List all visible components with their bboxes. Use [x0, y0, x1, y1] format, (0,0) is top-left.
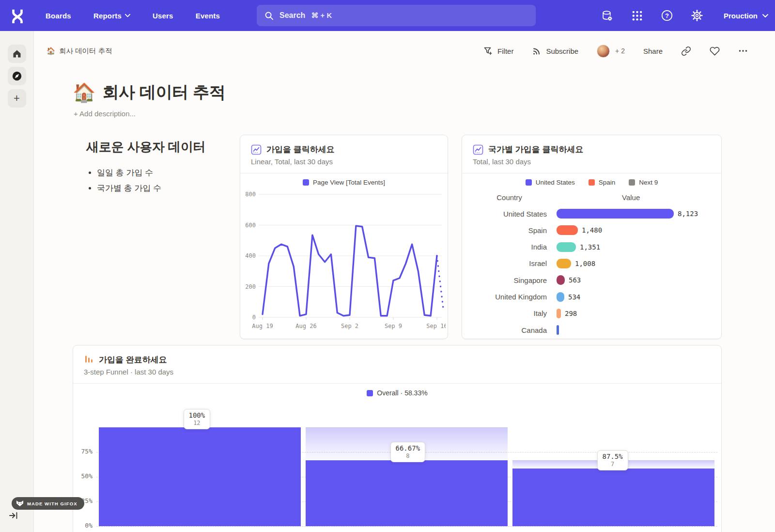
subscribe-button[interactable]: Subscribe [532, 46, 578, 56]
toolbar-actions: Filter Subscribe + 2 Share [483, 45, 748, 58]
board-emoji: 🏠 [46, 47, 55, 55]
line-chart-card[interactable]: 가입을 클릭하세요 Linear, Total, last 30 days Pa… [240, 135, 448, 339]
favorite-button[interactable] [710, 46, 720, 56]
card-title[interactable]: 국가별 가입을 클릭하세요 [488, 144, 583, 155]
funnel-bar-step-3[interactable] [512, 469, 714, 526]
bar-row-italy[interactable]: Italy298 [462, 308, 577, 319]
board-title[interactable]: 회사 데이터 추적 [102, 81, 225, 104]
board-emoji: 🏠 [73, 83, 95, 102]
bar-row-united-states[interactable]: United States8,123 [462, 208, 698, 219]
y-axis-label: 50% [73, 472, 93, 480]
country-label: Spain [462, 226, 557, 235]
country-label: Singapore [462, 276, 557, 284]
ellipsis-icon [738, 46, 748, 56]
mixpanel-logo[interactable] [9, 7, 26, 24]
notes-text-card[interactable]: 새로운 사용자 데이터 일일 총 가입 수 국가별 총 가입 수 [86, 139, 232, 198]
rss-icon [532, 46, 542, 56]
value-label: 534 [568, 293, 580, 301]
conversion-count: 12 [189, 420, 205, 426]
column-header-country: Country [462, 193, 557, 202]
nav-item-users[interactable]: Users [153, 12, 173, 20]
nav-item-boards[interactable]: Boards [46, 12, 71, 20]
apps-grid-icon[interactable] [631, 9, 643, 22]
share-button[interactable]: Share [643, 47, 663, 55]
y-axis-label: 75% [73, 448, 93, 455]
home-button[interactable] [8, 45, 26, 63]
chevron-down-icon [125, 14, 130, 17]
card-subtitle: Linear, Total, last 30 days [251, 157, 333, 166]
copy-link-button[interactable] [681, 46, 691, 56]
value-bar[interactable] [557, 325, 559, 335]
bar-chart-card[interactable]: 국가별 가입을 클릭하세요 Total, last 30 days United… [462, 135, 722, 339]
add-description[interactable]: + Add description... [74, 110, 136, 118]
svg-text:200: 200 [245, 283, 256, 290]
svg-text:Aug 19: Aug 19 [252, 323, 273, 329]
svg-text:Sep 16: Sep 16 [426, 323, 446, 329]
share-label: Share [643, 47, 663, 55]
collaborators-more: + 2 [615, 47, 625, 55]
avatar [597, 45, 610, 58]
svg-text:400: 400 [245, 252, 256, 259]
legend-label: Next 9 [639, 179, 658, 186]
funnel-bar-step-2[interactable] [306, 460, 508, 526]
data-management-icon[interactable] [601, 9, 613, 22]
bar-row-united-kingdom[interactable]: United Kingdom534 [462, 291, 580, 303]
help-icon[interactable]: ? [661, 9, 673, 22]
value-label: 1,480 [582, 226, 602, 234]
card-title[interactable]: 가입을 클릭하세요 [266, 144, 335, 155]
nav-item-label: Boards [46, 12, 71, 20]
nav-item-label: Events [196, 12, 220, 20]
country-label: Israel [462, 259, 557, 267]
bar-row-spain[interactable]: Spain1,480 [462, 224, 602, 236]
breadcrumb[interactable]: 🏠 회사 데이터 추적 [46, 47, 112, 56]
search-shortcut: ⌘ + K [311, 11, 332, 20]
left-sidebar: + [0, 31, 34, 532]
value-bar[interactable] [557, 292, 564, 302]
gifox-badge: MADE WITH GIFOX [12, 497, 84, 510]
funnel-bar-step-1[interactable] [99, 427, 301, 526]
divider [462, 173, 721, 173]
page-title: 🏠 회사 데이터 추적 [73, 81, 226, 104]
collaborators[interactable]: + 2 [597, 45, 625, 58]
conversion-count: 8 [396, 453, 420, 459]
conversion-count: 7 [603, 461, 623, 468]
nav-item-reports[interactable]: Reports [93, 12, 130, 20]
bar-row-singapore[interactable]: Singapore563 [462, 274, 581, 286]
more-options-button[interactable] [738, 46, 748, 56]
project-name: Prouction [724, 12, 758, 20]
country-label: United Kingdom [462, 293, 557, 301]
search-input[interactable]: Search ⌘ + K [257, 5, 536, 26]
bar-chart-legend: United States Spain Next 9 [462, 179, 721, 186]
sidebar-collapse-button[interactable] [9, 511, 18, 520]
bar-row-canada[interactable]: Canada [462, 324, 563, 336]
settings-gear-icon[interactable] [691, 9, 703, 22]
value-bar[interactable] [557, 242, 576, 252]
funnel-chart-card[interactable]: 가입을 완료하세요 3-step Funnel · last 30 days O… [73, 345, 722, 532]
svg-text:Sep 2: Sep 2 [341, 323, 358, 329]
value-label: 563 [569, 276, 581, 284]
value-bar[interactable] [557, 225, 578, 235]
nav-right-controls: ? Prouction [601, 0, 768, 31]
legend-swatch [526, 179, 532, 186]
line-chart[interactable]: 0200400600800Aug 19Aug 26Sep 2Sep 9Sep 1… [243, 186, 446, 332]
value-bar[interactable] [557, 209, 674, 219]
insights-chart-icon [473, 144, 483, 155]
discover-button[interactable] [8, 67, 26, 85]
funnel-tooltip-step-3: 87.5%7 [597, 450, 628, 470]
value-bar[interactable] [557, 309, 561, 318]
conversion-pct: 100% [189, 411, 205, 419]
column-header-value: Value [622, 193, 640, 202]
conversion-pct: 87.5% [603, 453, 623, 460]
filter-button[interactable]: Filter [483, 46, 513, 56]
insights-chart-icon [251, 144, 262, 155]
gifox-label: MADE WITH GIFOX [27, 501, 78, 506]
nav-item-events[interactable]: Events [196, 12, 220, 20]
value-bar[interactable] [557, 275, 565, 285]
funnel-tooltip-step-1: 100%12 [184, 409, 211, 429]
bar-row-israel[interactable]: Israel1,008 [462, 258, 595, 269]
create-button[interactable]: + [8, 89, 26, 108]
value-bar[interactable] [557, 259, 571, 268]
subscribe-label: Subscribe [546, 47, 578, 55]
bar-row-india[interactable]: India1,351 [462, 241, 600, 253]
project-switcher[interactable]: Prouction [724, 12, 768, 20]
